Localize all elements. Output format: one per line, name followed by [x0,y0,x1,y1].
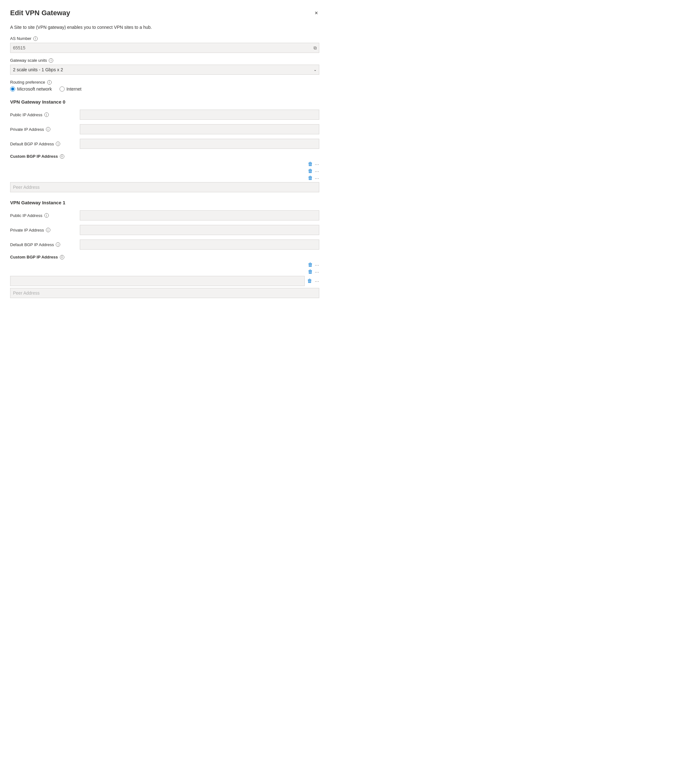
dialog-header: Edit VPN Gateway × [10,9,319,17]
instance0-public-ip-row: Public IP Address i [10,110,319,120]
dialog-description: A Site to site (VPN gateway) enables you… [10,25,319,30]
instance0-private-ip-input[interactable] [80,124,319,134]
instance1-default-bgp-info-icon[interactable]: i [56,242,60,247]
instance0-default-bgp-input-wrapper [80,139,319,149]
copy-icon[interactable]: ⧉ [313,45,317,51]
instance0-private-ip-info-icon[interactable]: i [46,127,50,131]
gateway-scale-label: Gateway scale units i [10,58,319,63]
as-number-label: AS Number i [10,36,319,41]
instance1-peer-address-group [10,288,319,298]
instance0-default-bgp-label: Default BGP IP Address i [10,142,80,146]
instance0-peer-address-group [10,182,319,192]
instance1-private-ip-row: Private IP Address i [10,225,319,235]
instance0-default-bgp-input[interactable] [80,139,319,149]
instance1-bgp-row2-actions: 🗑 ··· [10,269,319,275]
instance1-public-ip-input[interactable] [80,210,319,220]
instance1-default-bgp-input-wrapper [80,239,319,250]
as-number-input-wrapper: ⧉ [10,43,319,53]
instance1-public-ip-row: Public IP Address i [10,210,319,220]
gateway-scale-select[interactable]: 2 scale units - 1 Gbps x 2 [10,65,319,75]
instance0-bgp-row3-more-icon[interactable]: ··· [315,176,319,181]
instance1-custom-bgp-label: Custom BGP IP Address i [10,255,319,260]
routing-internet-label: Internet [66,87,82,91]
instance0-public-ip-info-icon[interactable]: i [44,112,49,117]
instance1-bgp-row3-trash-icon[interactable]: 🗑 [307,278,312,284]
instance1-bgp-row1-trash-icon[interactable]: 🗑 [308,262,313,268]
instance1-bgp-row1-actions: 🗑 ··· [10,262,319,268]
instance1-default-bgp-label: Default BGP IP Address i [10,242,80,247]
instance1-private-ip-input-wrapper [80,225,319,235]
instance0-private-ip-row: Private IP Address i [10,124,319,134]
instance0-bgp-row2-trash-icon[interactable]: 🗑 [308,168,313,174]
instance1-private-ip-info-icon[interactable]: i [46,228,50,232]
routing-microsoft-label: Microsoft network [17,87,52,91]
instance0-public-ip-label: Public IP Address i [10,112,80,117]
as-number-info-icon[interactable]: i [33,36,38,41]
routing-internet-radio[interactable] [60,87,65,91]
instance0-bgp-row1-trash-icon[interactable]: 🗑 [308,161,313,167]
instance1-public-ip-info-icon[interactable]: i [44,213,49,217]
instance1-bgp-row3: 🗑 ··· [10,276,319,286]
instance1-public-ip-label: Public IP Address i [10,213,80,218]
instance0-bgp-row1-more-icon[interactable]: ··· [315,162,319,167]
instance0-bgp-row2-actions: 🗑 ··· [10,168,319,174]
as-number-input[interactable] [10,43,319,53]
instance0-peer-address-input[interactable] [10,182,319,192]
instance1-peer-address-input[interactable] [10,288,319,298]
instance1-default-bgp-row: Default BGP IP Address i [10,239,319,250]
instance0-default-bgp-row: Default BGP IP Address i [10,139,319,149]
instance0-bgp-row1-actions: 🗑 ··· [10,161,319,167]
dialog-title: Edit VPN Gateway [10,9,70,17]
instance0-custom-bgp-info-icon[interactable]: i [60,154,64,159]
instance1-bgp-row2-more-icon[interactable]: ··· [315,269,319,274]
routing-microsoft-radio[interactable] [10,87,15,91]
instance1-private-ip-label: Private IP Address i [10,228,80,233]
gateway-scale-group: Gateway scale units i 2 scale units - 1 … [10,58,319,75]
edit-vpn-gateway-dialog: Edit VPN Gateway × A Site to site (VPN g… [0,0,329,784]
gateway-scale-info-icon[interactable]: i [49,58,53,63]
instance0-section-title: VPN Gateway Instance 0 [10,99,319,104]
instance1-bgp-row3-input[interactable] [10,276,305,286]
instance0-public-ip-input[interactable] [80,110,319,120]
instance0-bgp-row2-more-icon[interactable]: ··· [315,169,319,173]
as-number-group: AS Number i ⧉ [10,36,319,53]
instance0-custom-bgp-label: Custom BGP IP Address i [10,154,319,159]
routing-preference-label: Routing preference i [10,80,319,85]
instance0-public-ip-input-wrapper [80,110,319,120]
instance1-bgp-row1-more-icon[interactable]: ··· [315,263,319,268]
instance0-private-ip-input-wrapper [80,124,319,134]
instance0-bgp-row3-actions: 🗑 ··· [10,175,319,181]
instance0-private-ip-label: Private IP Address i [10,127,80,132]
instance1-private-ip-input[interactable] [80,225,319,235]
routing-internet-option[interactable]: Internet [60,87,82,91]
close-button[interactable]: × [313,9,319,17]
instance1-bgp-row3-more-icon[interactable]: ··· [315,279,319,283]
instance1-public-ip-input-wrapper [80,210,319,220]
instance0-bgp-row3-trash-icon[interactable]: 🗑 [308,175,313,181]
instance1-section-title: VPN Gateway Instance 1 [10,200,319,205]
routing-options: Microsoft network Internet [10,87,319,91]
instance1-default-bgp-input[interactable] [80,239,319,250]
gateway-scale-select-wrapper: 2 scale units - 1 Gbps x 2 ⌄ [10,65,319,75]
instance1-custom-bgp-info-icon[interactable]: i [60,255,64,260]
instance1-bgp-row2-trash-icon[interactable]: 🗑 [308,269,313,275]
routing-preference-group: Routing preference i Microsoft network I… [10,80,319,91]
routing-preference-info-icon[interactable]: i [47,80,52,85]
instance0-default-bgp-info-icon[interactable]: i [56,142,60,146]
routing-microsoft-option[interactable]: Microsoft network [10,87,52,91]
